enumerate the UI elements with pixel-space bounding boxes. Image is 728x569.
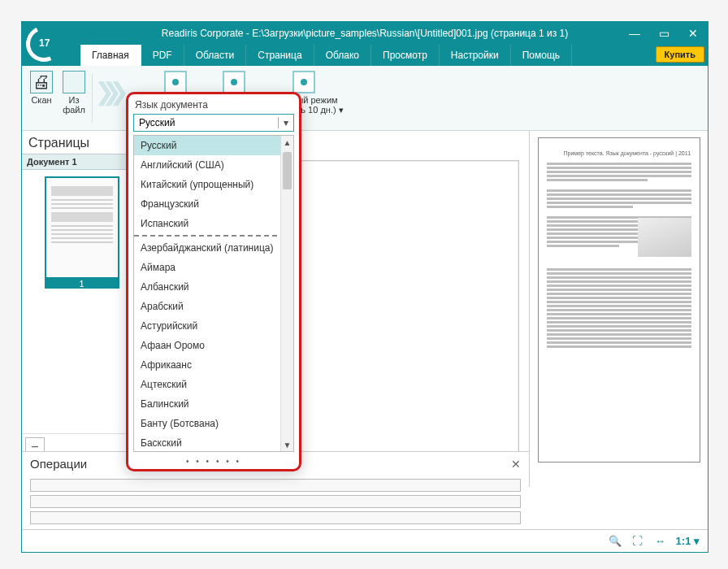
buy-button[interactable]: Купить (656, 46, 704, 63)
preview-document[interactable]: Пример текста. Язык документа - русский … (538, 137, 700, 463)
language-option[interactable]: Арабский (134, 297, 293, 316)
scanner-icon: 🖨 (30, 71, 53, 93)
thumbnail-number: 1 (45, 279, 119, 289)
operations-close-icon[interactable]: ✕ (511, 458, 521, 471)
fit-width-icon[interactable]: ↔ (653, 534, 668, 549)
tools-icon (164, 71, 187, 93)
language-option[interactable]: Балинский (134, 394, 293, 414)
page-thumbnail[interactable] (45, 176, 119, 279)
scroll-down-icon[interactable]: ▼ (281, 438, 293, 451)
tab-cloud[interactable]: Облако (314, 45, 371, 66)
preview-panel: Пример текста. Язык документа - русский … (529, 131, 708, 487)
operation-slot[interactable] (30, 479, 521, 492)
minimize-button[interactable]: — (620, 22, 649, 45)
language-option[interactable]: Испанский (134, 214, 293, 233)
title-bar: 17 Readiris Corporate - E:\Загрузки\pict… (22, 22, 708, 45)
language-option[interactable]: Астурийский (134, 316, 293, 336)
tab-view[interactable]: Просмотр (371, 45, 440, 66)
output-icon (223, 71, 245, 93)
language-option[interactable]: Английский (США) (134, 155, 293, 175)
language-option[interactable]: Африкаанс (134, 355, 293, 375)
maximize-button[interactable]: ▭ (649, 22, 678, 45)
zoom-icon[interactable]: 🔍 (608, 534, 622, 549)
ribbon: 🖨 Скан Из файл ❯❯❯ Инструменты Выходной … (22, 66, 708, 131)
language-option[interactable]: Албанский (134, 277, 293, 297)
language-option[interactable]: Французский (134, 194, 293, 214)
ribbon-from-file[interactable]: Из файл (58, 71, 90, 115)
language-option[interactable]: Ацтекский (134, 375, 293, 394)
window-title: Readiris Corporate - E:\Загрузки\picture… (162, 28, 568, 39)
zoom-ratio[interactable]: 1:1 ▾ (676, 535, 700, 547)
language-list: Русский Английский (США) Китайский (упро… (133, 135, 294, 452)
tab-main[interactable]: Главная (80, 45, 141, 66)
tab-areas[interactable]: Области (184, 45, 247, 66)
language-option[interactable]: Афаан Оромо (134, 336, 293, 355)
language-scrollbar[interactable]: ▲ ▼ (280, 136, 293, 451)
language-option[interactable]: Аймара (134, 258, 293, 277)
tab-help[interactable]: Помощь (511, 45, 572, 66)
pages-panel: Страницы Документ 1 1 − 🗑 Удалить все (22, 131, 142, 487)
file-icon (63, 71, 85, 93)
language-option[interactable]: Азербайджанский (латиница) (134, 238, 293, 258)
list-separator (134, 235, 293, 237)
pages-title: Страницы (22, 131, 141, 154)
tab-settings[interactable]: Настройки (440, 45, 511, 66)
app-logo: 17 (21, 21, 80, 65)
close-button[interactable]: ✕ (678, 22, 708, 45)
status-bar: 🔍 ⛶ ↔ 1:1 ▾ (22, 529, 708, 552)
language-option[interactable]: Китайский (упрощенный) (134, 175, 293, 194)
language-option[interactable]: Русский (134, 136, 293, 155)
app-window: 17 Readiris Corporate - E:\Загрузки\pict… (21, 21, 708, 553)
language-option[interactable]: Банту (Ботсвана) (134, 414, 293, 433)
language-label: Язык документа (128, 94, 299, 114)
trial-icon (292, 71, 315, 93)
ribbon-scan[interactable]: 🖨 Скан (25, 71, 58, 105)
scroll-up-icon[interactable]: ▲ (281, 136, 293, 149)
tab-strip: Главная PDF Области Страница Облако Прос… (22, 45, 708, 66)
language-dropdown-panel: Язык документа Русский Русский Английски… (126, 92, 301, 471)
tab-pdf[interactable]: PDF (141, 45, 184, 66)
language-select[interactable]: Русский (133, 114, 294, 132)
language-option[interactable]: Баскский (134, 433, 293, 452)
operations-title: Операции (30, 457, 87, 471)
operation-slot[interactable] (30, 511, 521, 524)
document-tab[interactable]: Документ 1 (22, 154, 141, 170)
operation-slot[interactable] (30, 495, 521, 508)
resize-grip-icon[interactable]: • • • • • • (128, 455, 299, 469)
tab-page[interactable]: Страница (246, 45, 314, 66)
fit-screen-icon[interactable]: ⛶ (630, 534, 645, 549)
